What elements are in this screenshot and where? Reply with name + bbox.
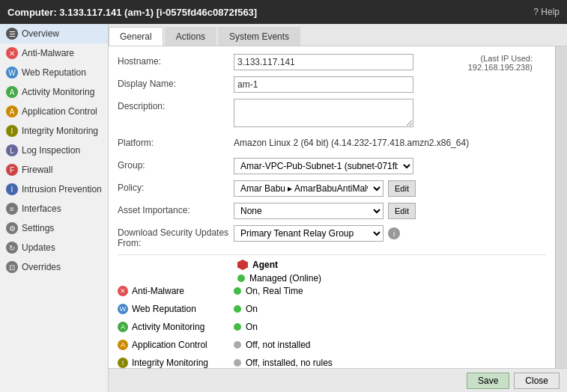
webrep-icon: W bbox=[6, 67, 18, 79]
form-area: (Last IP Used: 192.168.195.238) Hostname… bbox=[109, 46, 555, 368]
group-row: Group: Amar-VPC-Pub-Subnet-1 (subnet-071… bbox=[118, 158, 546, 174]
agent-shield-icon bbox=[237, 260, 248, 270]
sidebar-label-antimalware: Anti-Malware bbox=[22, 48, 74, 58]
scrollbar[interactable] bbox=[555, 46, 567, 368]
sidebar-item-activity[interactable]: A Activity Monitoring bbox=[0, 82, 108, 102]
sidebar-item-loginsp[interactable]: L Log Inspection bbox=[0, 141, 108, 160]
status-antimalware-value: On, Real Time bbox=[234, 286, 303, 296]
downloadsec-label: Download Security Updates From: bbox=[118, 225, 234, 248]
agent-header-label: Agent bbox=[252, 260, 278, 270]
appcont-icon: A bbox=[6, 105, 18, 117]
managed-status-row: Managed (Online) bbox=[118, 273, 546, 284]
status-appcont-icon: A bbox=[118, 340, 128, 350]
displayname-label: Display Name: bbox=[118, 76, 234, 89]
sidebar-label-activity: Activity Monitoring bbox=[22, 87, 94, 97]
policy-edit-button[interactable]: Edit bbox=[388, 180, 416, 197]
sidebar-item-settings[interactable]: ⚙ Settings bbox=[0, 218, 108, 238]
status-integrity-icon: I bbox=[118, 358, 128, 368]
status-activity: A Activity Monitoring On bbox=[118, 322, 546, 338]
tab-bar: General Actions System Events bbox=[109, 24, 567, 46]
status-appcont-value: Off, not installed bbox=[234, 340, 311, 350]
hostname-label: Hostname: bbox=[118, 54, 234, 67]
title-bar: Computer: 3.133.117.141 (am-1) [i-0575fd… bbox=[0, 0, 567, 24]
sidebar-label-settings: Settings bbox=[22, 223, 54, 233]
sidebar-item-overview[interactable]: ☰ Overview bbox=[0, 24, 108, 43]
sidebar-label-overview: Overview bbox=[22, 28, 59, 39]
hostname-input[interactable] bbox=[234, 54, 413, 70]
sidebar-item-updates[interactable]: ↻ Updates bbox=[0, 238, 108, 257]
sidebar-item-antimalware[interactable]: ✕ Anti-Malware bbox=[0, 43, 108, 63]
tab-general[interactable]: General bbox=[109, 27, 163, 46]
managed-label: Managed (Online) bbox=[249, 273, 321, 284]
policy-label: Policy: bbox=[118, 180, 234, 193]
group-select[interactable]: Amar-VPC-Pub-Subnet-1 (subnet-071fbccf32… bbox=[234, 158, 413, 174]
group-select-wrap: Amar-VPC-Pub-Subnet-1 (subnet-071fbccf32… bbox=[234, 158, 428, 174]
status-activity-label: A Activity Monitoring bbox=[118, 322, 234, 332]
platform-label: Platform: bbox=[118, 135, 234, 148]
tab-sysevents[interactable]: System Events bbox=[218, 27, 300, 46]
status-integrity-value: Off, installed, no rules bbox=[234, 358, 333, 368]
assetimportance-control: None Edit bbox=[234, 203, 416, 219]
close-button[interactable]: Close bbox=[514, 373, 560, 389]
sidebar-item-firewall[interactable]: F Firewall bbox=[0, 160, 108, 180]
sidebar-label-appcont: Application Control bbox=[22, 106, 97, 117]
displayname-input[interactable] bbox=[234, 76, 413, 93]
assetimportance-edit-button[interactable]: Edit bbox=[388, 203, 416, 219]
sidebar-item-intrusion[interactable]: I Intrusion Prevention bbox=[0, 180, 108, 199]
sidebar-item-interfaces[interactable]: ≡ Interfaces bbox=[0, 199, 108, 218]
sidebar-item-overrides[interactable]: ⊡ Overrides bbox=[0, 257, 108, 277]
platform-row: Platform: Amazon Linux 2 (64 bit) (4.14.… bbox=[118, 135, 546, 152]
description-input[interactable] bbox=[234, 99, 413, 127]
platform-value: Amazon Linux 2 (64 bit) (4.14.232-177.41… bbox=[234, 135, 546, 148]
webrep-dot bbox=[234, 305, 241, 313]
status-activity-value: On bbox=[234, 322, 258, 332]
main-layout: ☰ Overview ✕ Anti-Malware W Web Reputati… bbox=[0, 24, 567, 392]
downloadsec-control: Primary Tenant Relay Group i bbox=[234, 225, 400, 242]
policy-control: Amar Babu ▸ AmarBabuAntiMalware Edit bbox=[234, 180, 416, 197]
sidebar-label-interfaces: Interfaces bbox=[22, 203, 61, 214]
status-section: Agent Managed (Online) ✕ bbox=[118, 254, 546, 368]
policy-select[interactable]: Amar Babu ▸ AmarBabuAntiMalware bbox=[234, 180, 383, 197]
info-icon[interactable]: i bbox=[388, 227, 400, 239]
sidebar-item-integrity[interactable]: I Integrity Monitoring bbox=[0, 121, 108, 141]
save-button[interactable]: Save bbox=[467, 373, 509, 389]
sidebar-label-webrep: Web Reputation bbox=[22, 67, 86, 78]
downloadsec-select[interactable]: Primary Tenant Relay Group bbox=[234, 225, 383, 242]
integrity-icon: I bbox=[6, 125, 18, 137]
status-webrep: W Web Reputation On bbox=[118, 304, 546, 320]
status-appcont-label: A Application Control bbox=[118, 340, 234, 350]
status-webrep-value: On bbox=[234, 304, 258, 314]
antimalware-dot bbox=[234, 287, 241, 295]
antimalware-icon: ✕ bbox=[6, 47, 18, 59]
managed-dot bbox=[237, 275, 245, 282]
appcont-dot bbox=[234, 341, 241, 349]
downloadsec-row: Download Security Updates From: Primary … bbox=[118, 225, 546, 248]
sidebar-item-appcont[interactable]: A Application Control bbox=[0, 102, 108, 121]
displayname-row: Display Name: bbox=[118, 76, 546, 93]
status-header: Agent bbox=[118, 260, 546, 273]
bottom-bar: Save Close bbox=[109, 368, 567, 392]
sidebar-label-firewall: Firewall bbox=[22, 165, 52, 175]
sidebar: ☰ Overview ✕ Anti-Malware W Web Reputati… bbox=[0, 24, 109, 392]
loginsp-icon: L bbox=[6, 144, 18, 156]
status-antimalware: ✕ Anti-Malware On, Real Time bbox=[118, 286, 546, 302]
intrusion-icon: I bbox=[6, 183, 18, 195]
last-ip-info: (Last IP Used: 192.168.195.238) bbox=[468, 54, 533, 72]
sidebar-label-updates: Updates bbox=[22, 242, 55, 253]
status-antimalware-icon: ✕ bbox=[118, 286, 128, 296]
policy-row: Policy: Amar Babu ▸ AmarBabuAntiMalware … bbox=[118, 180, 546, 197]
status-antimalware-label: ✕ Anti-Malware bbox=[118, 286, 234, 296]
settings-icon: ⚙ bbox=[6, 222, 18, 234]
interfaces-icon: ≡ bbox=[6, 203, 18, 215]
sidebar-label-intrusion: Intrusion Prevention bbox=[22, 184, 102, 195]
content-area: General Actions System Events (Last IP U… bbox=[109, 24, 567, 392]
displayname-field-wrap bbox=[234, 76, 428, 93]
tab-actions[interactable]: Actions bbox=[165, 27, 216, 46]
description-field-wrap bbox=[234, 99, 428, 129]
updates-icon: ↻ bbox=[6, 242, 18, 254]
help-button[interactable]: ? Help bbox=[533, 7, 560, 17]
assetimportance-row: Asset Importance: None Edit bbox=[118, 203, 546, 219]
sidebar-item-webrep[interactable]: W Web Reputation bbox=[0, 63, 108, 82]
assetimportance-select[interactable]: None bbox=[234, 203, 383, 219]
group-label: Group: bbox=[118, 158, 234, 171]
